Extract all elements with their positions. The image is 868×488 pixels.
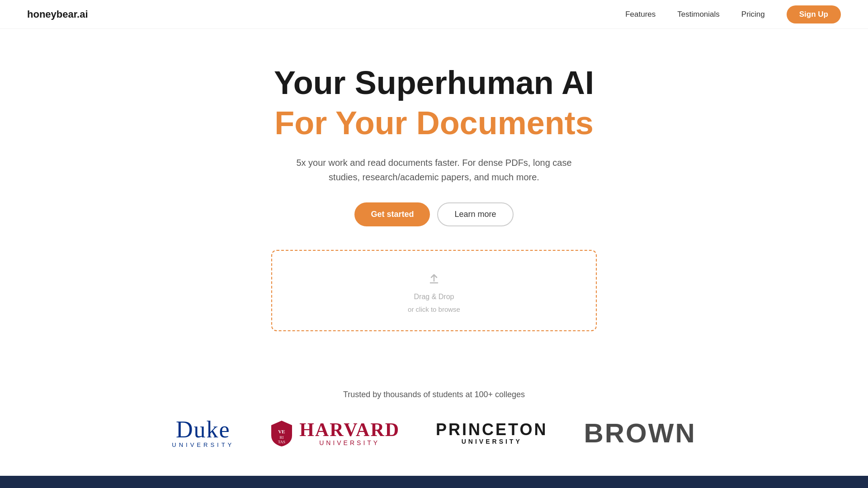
navbar: honeybear.ai Features Testimonials Prici… — [0, 0, 868, 29]
hero-title-line1: Your Superhuman AI — [274, 65, 594, 101]
duke-sub: UNIVERSITY — [172, 441, 234, 448]
hero-title-line2: For Your Documents — [274, 105, 593, 141]
nav-pricing[interactable]: Pricing — [741, 10, 765, 19]
brown-logo: BROWN — [584, 418, 696, 449]
princeton-sub: UNIVERSITY — [462, 438, 522, 445]
harvard-logo: VE RI TAS HARVARD UNIVERSITY — [270, 420, 400, 447]
upload-main-text: Drag & Drop — [414, 293, 454, 301]
princeton-text: PRINCETON — [436, 422, 547, 438]
dark-section: Chat with your PDFs honeybear.ai Home Pr… — [0, 476, 868, 488]
princeton-logo: PRINCETON UNIVERSITY — [436, 422, 547, 445]
hero-subtitle: 5x your work and read documents faster. … — [280, 155, 588, 184]
harvard-text-wrap: HARVARD UNIVERSITY — [299, 420, 400, 446]
get-started-button[interactable]: Get started — [354, 202, 430, 226]
colleges-row: Duke UNIVERSITY VE RI TAS HARVARD UNIVER… — [172, 418, 696, 449]
trusted-section: Trusted by thousands of students at 100+… — [0, 390, 868, 476]
harvard-text: HARVARD — [299, 420, 400, 439]
svg-text:RI: RI — [280, 435, 284, 440]
nav-logo[interactable]: honeybear.ai — [27, 9, 88, 20]
duke-logo: Duke UNIVERSITY — [172, 418, 234, 448]
upload-icon — [424, 268, 444, 288]
upload-dropzone[interactable]: Drag & Drop or click to browse — [271, 250, 597, 331]
duke-text: Duke — [176, 418, 231, 441]
nav-features[interactable]: Features — [625, 10, 656, 19]
nav-testimonials[interactable]: Testimonials — [677, 10, 720, 19]
hero-section: Your Superhuman AI For Your Documents 5x… — [0, 29, 868, 390]
upload-sub-text: or click to browse — [408, 305, 460, 313]
nav-links: Features Testimonials Pricing Sign Up — [625, 5, 841, 23]
nav-signup-button[interactable]: Sign Up — [787, 5, 841, 23]
harvard-sub: UNIVERSITY — [299, 439, 400, 446]
learn-more-button[interactable]: Learn more — [437, 202, 513, 226]
trusted-label: Trusted by thousands of students at 100+… — [343, 390, 525, 399]
brown-text: BROWN — [584, 418, 696, 448]
svg-text:VE: VE — [278, 429, 285, 434]
svg-text:TAS: TAS — [278, 440, 285, 444]
hero-buttons: Get started Learn more — [354, 202, 513, 226]
harvard-shield-icon: VE RI TAS — [270, 420, 293, 447]
